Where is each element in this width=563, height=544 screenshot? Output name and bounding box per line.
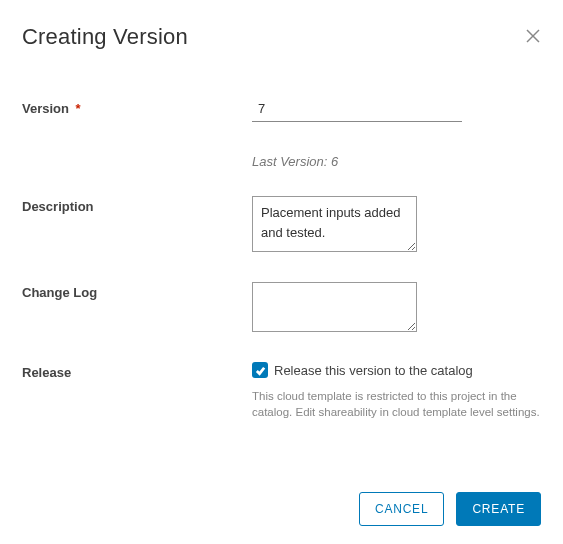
description-label: Description — [22, 196, 252, 214]
version-label: Version * — [22, 98, 252, 116]
change-log-input[interactable] — [252, 282, 417, 332]
release-checkbox[interactable] — [252, 362, 268, 378]
create-button[interactable]: CREATE — [456, 492, 541, 526]
dialog-title: Creating Version — [22, 24, 188, 50]
release-label: Release — [22, 362, 252, 380]
change-log-label: Change Log — [22, 282, 252, 300]
change-log-field — [252, 282, 541, 336]
dialog-footer: CANCEL CREATE — [359, 492, 541, 526]
release-row: Release Release this version to the cata… — [22, 362, 541, 380]
version-label-text: Version — [22, 101, 69, 116]
version-field — [252, 98, 541, 122]
description-input[interactable] — [252, 196, 417, 252]
release-checkbox-container: Release this version to the catalog — [252, 362, 541, 378]
last-version-text: Last Version: 6 — [252, 154, 338, 169]
last-version-row: Last Version: 6 — [252, 152, 541, 170]
dialog-header: Creating Version — [22, 24, 541, 50]
release-note: This cloud template is restricted to thi… — [252, 388, 541, 420]
cancel-button[interactable]: CANCEL — [359, 492, 444, 526]
version-input[interactable] — [252, 98, 462, 122]
change-log-row: Change Log — [22, 282, 541, 336]
description-row: Description — [22, 196, 541, 256]
release-field: Release this version to the catalog — [252, 362, 541, 378]
version-row: Version * — [22, 98, 541, 122]
release-checkbox-label: Release this version to the catalog — [274, 363, 473, 378]
required-indicator: * — [76, 101, 81, 116]
close-icon[interactable] — [525, 24, 541, 48]
description-field — [252, 196, 541, 256]
